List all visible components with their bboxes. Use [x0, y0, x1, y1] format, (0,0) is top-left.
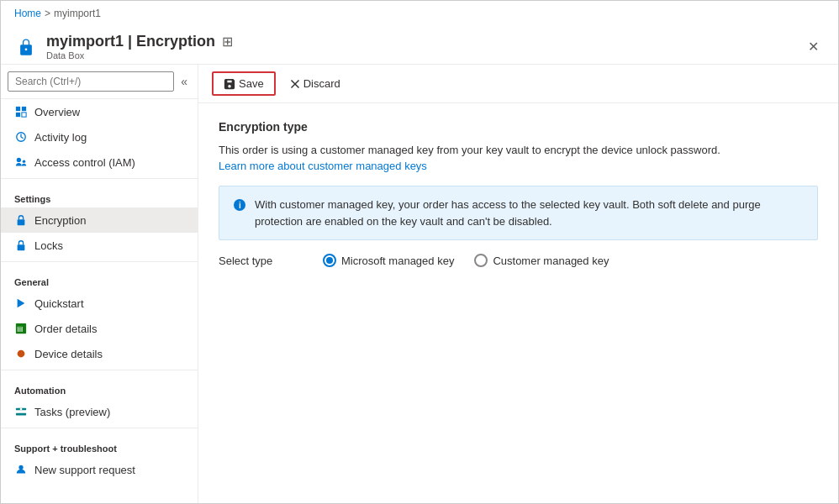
- sidebar-item-encryption[interactable]: Encryption: [1, 207, 198, 233]
- collapse-button[interactable]: «: [177, 73, 191, 90]
- sidebar-item-quickstart[interactable]: Quickstart: [1, 291, 198, 316]
- select-type-row: Select type Microsoft managed key Custom…: [219, 254, 818, 267]
- content-area: Save Discard Encryption type This order …: [198, 65, 838, 503]
- svg-marker-9: [18, 299, 25, 308]
- automation-section-label: Automation: [1, 374, 198, 399]
- header-badge-icon[interactable]: ⊞: [222, 34, 233, 50]
- sidebar-item-access-control-label: Access control (IAM): [34, 156, 135, 169]
- info-text: This order is using a customer managed k…: [219, 144, 818, 156]
- svg-rect-7: [18, 219, 25, 225]
- svg-rect-1: [22, 107, 26, 111]
- svg-rect-0: [16, 107, 20, 111]
- settings-section-label: Settings: [1, 182, 198, 207]
- info-link[interactable]: Learn more about customer managed keys: [219, 160, 427, 172]
- sidebar: « Overview Activity log Access control: [1, 65, 198, 503]
- sidebar-item-quickstart-label: Quickstart: [34, 297, 84, 310]
- save-button[interactable]: Save: [212, 71, 276, 96]
- svg-point-5: [17, 158, 21, 162]
- page-header: myimport1 | Encryption ⊞ Data Box ✕: [1, 26, 838, 65]
- discard-label: Discard: [303, 77, 340, 90]
- sidebar-item-activity-log-label: Activity log: [34, 131, 87, 144]
- support-section-label: Support + troubleshoot: [1, 432, 198, 457]
- divider-general: [1, 261, 198, 262]
- radio-microsoft-managed[interactable]: Microsoft managed key: [323, 254, 454, 267]
- svg-rect-15: [16, 413, 26, 416]
- divider-support: [1, 428, 198, 428]
- order-details-icon: ▤: [14, 322, 28, 335]
- save-label: Save: [239, 77, 264, 90]
- close-button[interactable]: ✕: [801, 35, 825, 59]
- svg-point-16: [20, 408, 23, 411]
- svg-point-13: [19, 352, 23, 355]
- quickstart-icon: [14, 297, 28, 310]
- sidebar-item-locks-label: Locks: [34, 239, 63, 252]
- sidebar-item-locks[interactable]: Locks: [1, 233, 198, 258]
- general-section-label: General: [1, 265, 198, 291]
- divider-automation: [1, 370, 198, 370]
- svg-text:i: i: [239, 201, 241, 210]
- info-icon: i: [233, 197, 246, 218]
- support-icon: [14, 463, 28, 476]
- radio-customer-managed[interactable]: Customer managed key: [474, 254, 609, 267]
- sidebar-item-encryption-label: Encryption: [34, 214, 86, 227]
- radio-customer-circle: [474, 254, 488, 267]
- svg-rect-3: [22, 113, 26, 117]
- svg-point-17: [18, 465, 23, 470]
- sidebar-item-overview[interactable]: Overview: [1, 99, 198, 124]
- radio-microsoft-circle: [323, 254, 336, 267]
- search-bar: «: [1, 65, 198, 99]
- sidebar-item-activity-log[interactable]: Activity log: [1, 124, 198, 150]
- svg-text:▤: ▤: [17, 325, 24, 333]
- radio-customer-label: Customer managed key: [493, 255, 609, 267]
- header-lock-icon: [14, 35, 38, 59]
- header-subtitle: Data Box: [46, 50, 801, 60]
- sidebar-item-access-control[interactable]: Access control (IAM): [1, 150, 198, 175]
- breadcrumb-current: myimport1: [54, 8, 101, 19]
- sidebar-item-overview-label: Overview: [34, 106, 80, 118]
- search-input[interactable]: [8, 71, 174, 92]
- locks-icon: [14, 239, 28, 252]
- section-title: Encryption type: [219, 120, 818, 134]
- device-details-icon: [14, 347, 28, 360]
- main-layout: « Overview Activity log Access control: [1, 65, 838, 503]
- app-container: Home > myimport1 myimport1 | Encryption …: [1, 1, 838, 503]
- sidebar-item-device-details-label: Device details: [34, 348, 103, 360]
- sidebar-item-order-details[interactable]: ▤ Order details: [1, 316, 198, 341]
- sidebar-item-tasks-label: Tasks (preview): [34, 406, 110, 418]
- sidebar-item-tasks[interactable]: Tasks (preview): [1, 399, 198, 424]
- toolbar: Save Discard: [198, 65, 838, 103]
- discard-button[interactable]: Discard: [279, 72, 351, 95]
- divider-settings: [1, 178, 198, 179]
- notice-text: With customer managed key, your order ha…: [255, 197, 804, 229]
- breadcrumb-home[interactable]: Home: [14, 8, 41, 19]
- radio-microsoft-label: Microsoft managed key: [341, 255, 454, 267]
- sidebar-item-new-support[interactable]: New support request: [1, 457, 198, 482]
- radio-group: Microsoft managed key Customer managed k…: [323, 254, 609, 267]
- svg-rect-2: [16, 113, 20, 117]
- info-notice-box: i With customer managed key, your order …: [219, 186, 818, 240]
- activity-log-icon: [14, 130, 28, 144]
- sidebar-item-new-support-label: New support request: [34, 464, 135, 476]
- svg-rect-8: [18, 244, 25, 250]
- content-body: Encryption type This order is using a cu…: [198, 103, 838, 284]
- sidebar-item-order-details-label: Order details: [34, 323, 97, 335]
- svg-point-6: [23, 160, 26, 163]
- header-title-area: myimport1 | Encryption ⊞ Data Box: [46, 33, 801, 60]
- breadcrumb-separator: >: [45, 8, 50, 19]
- tasks-icon: [14, 405, 28, 418]
- page-title: myimport1 | Encryption: [46, 33, 215, 50]
- overview-icon: [14, 105, 28, 118]
- sidebar-item-device-details[interactable]: Device details: [1, 341, 198, 366]
- breadcrumb: Home > myimport1: [1, 1, 838, 26]
- encryption-icon: [14, 213, 28, 227]
- select-type-label: Select type: [219, 255, 303, 267]
- access-control-icon: [14, 155, 28, 169]
